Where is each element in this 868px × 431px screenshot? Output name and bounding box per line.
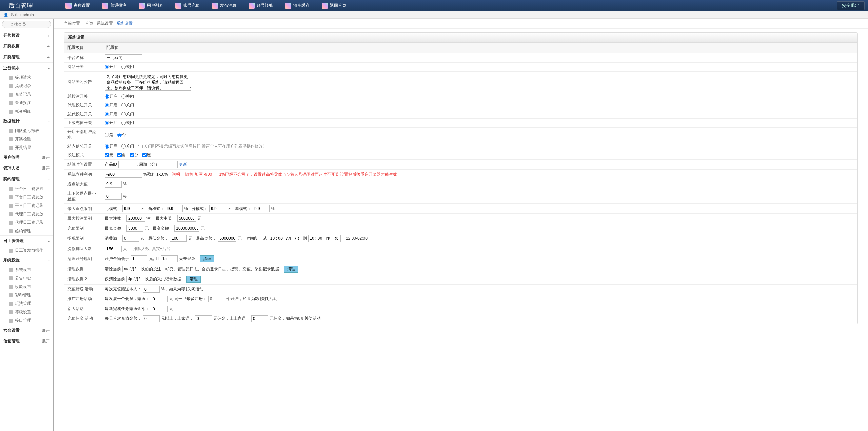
allflow-no[interactable] [117, 133, 122, 137]
total-bet-close[interactable] [121, 94, 126, 99]
platform-name-input[interactable] [105, 54, 142, 61]
menu-item[interactable]: 代理日工资发放 [0, 210, 53, 218]
breadcrumb-current[interactable]: 系统设置 [116, 21, 133, 26]
withdraw-min[interactable] [170, 235, 187, 242]
menu-item[interactable]: 公告中心 [0, 274, 53, 282]
rebate-yuan[interactable] [122, 205, 139, 212]
clean-days[interactable] [161, 255, 178, 262]
promo-ip[interactable] [208, 296, 225, 302]
menu-item[interactable]: 开奖结果 [0, 143, 53, 152]
rebate-max-input[interactable] [105, 181, 122, 188]
gift-input[interactable] [143, 286, 160, 293]
breadcrumb-mid[interactable]: 系统设置 [97, 21, 113, 26]
mode-li[interactable] [142, 153, 147, 157]
profit-input[interactable] [105, 171, 142, 178]
update-link[interactable]: 更新 [179, 162, 187, 168]
agent-bet-close[interactable] [121, 103, 126, 107]
site-open-radio[interactable] [105, 65, 109, 69]
clean-date-2[interactable] [126, 276, 143, 282]
menu-item[interactable]: 玩法管理 [0, 299, 53, 308]
rebate-diff-input[interactable] [105, 193, 122, 200]
topnav-item[interactable]: 返回首页 [316, 0, 352, 11]
agent-bet-open[interactable] [105, 103, 109, 107]
menu-header[interactable]: 开奖预设+ [0, 30, 53, 41]
queue-input[interactable] [105, 246, 122, 252]
topnav-item[interactable]: 发布消息 [206, 0, 242, 11]
menu-item[interactable]: 提现记录 [0, 82, 53, 90]
consume-input[interactable] [122, 235, 139, 242]
site-close-radio[interactable] [121, 65, 126, 69]
menu-item[interactable]: 团队盈亏报表 [0, 126, 53, 135]
menu-header[interactable]: 开奖数据+ [0, 41, 53, 52]
menu-header[interactable]: 用户管理展开 [0, 152, 53, 163]
menu-item[interactable]: 系统设置 [0, 266, 53, 274]
inmsg-open[interactable] [105, 144, 109, 149]
topnav-item[interactable]: 账号充值 [169, 0, 206, 11]
topnav-item[interactable]: 参数设置 [59, 0, 96, 11]
menu-item[interactable]: 充值记录 [0, 90, 53, 99]
comm-amt[interactable] [143, 315, 160, 322]
period-input[interactable] [161, 161, 178, 168]
mode-fen[interactable] [130, 153, 134, 157]
menu-item[interactable]: 平台日工资记录 [0, 201, 53, 210]
mode-yuan[interactable] [105, 153, 109, 157]
totagent-bet-close[interactable] [121, 112, 126, 116]
menu-header[interactable]: 日工资管理- [0, 236, 53, 246]
clean-date-1[interactable] [122, 266, 139, 272]
maxbet-input[interactable] [126, 215, 145, 222]
promo-gift[interactable] [151, 296, 168, 302]
topnav-item[interactable]: 清空缓存 [279, 0, 316, 11]
withdraw-max[interactable] [218, 235, 236, 242]
logout-button[interactable]: 安全退出 [837, 1, 865, 10]
rebate-fen[interactable] [209, 205, 226, 212]
clear-button-3[interactable]: 清理 [186, 276, 201, 283]
close-notice-textarea[interactable] [105, 73, 191, 91]
inmsg-close[interactable] [121, 144, 126, 149]
menu-item[interactable]: 帐变明细 [0, 107, 53, 116]
menu-item[interactable]: 代理日工资记录 [0, 218, 53, 227]
sup-recharge-open[interactable] [105, 121, 109, 125]
menu-header[interactable]: 数据统计- [0, 116, 53, 126]
rebate-jiao[interactable] [166, 205, 183, 212]
menu-item[interactable]: 日工资发放操作 [0, 246, 53, 255]
newbie-input[interactable] [151, 306, 168, 312]
menu-header[interactable]: 开奖管理+ [0, 52, 53, 62]
menu-header[interactable]: 契约管理- [0, 174, 53, 184]
menu-header[interactable]: 系统设置- [0, 255, 53, 266]
maxwin-input[interactable] [177, 215, 196, 222]
comm-up1[interactable] [195, 315, 212, 322]
rebate-li[interactable] [253, 205, 270, 212]
allflow-yes[interactable] [105, 133, 109, 137]
sup-recharge-close[interactable] [121, 121, 126, 125]
product-id-input[interactable] [118, 161, 135, 168]
time-to[interactable] [308, 235, 341, 242]
recharge-min[interactable] [126, 225, 143, 232]
topnav-item[interactable]: 普通投注 [96, 0, 133, 11]
time-from[interactable] [269, 235, 301, 242]
menu-header[interactable]: 业务流水- [0, 63, 53, 73]
menu-item[interactable]: 普通投注 [0, 99, 53, 107]
menu-item[interactable]: 提现请求 [0, 73, 53, 82]
recharge-max[interactable] [174, 225, 199, 232]
search-input[interactable] [2, 21, 51, 28]
menu-header[interactable]: 信箱管理展开 [0, 336, 53, 347]
menu-item[interactable]: 签约管理 [0, 227, 53, 235]
menu-item[interactable]: 彩种管理 [0, 291, 53, 299]
comm-up2[interactable] [251, 315, 268, 322]
mode-jiao[interactable] [117, 153, 122, 157]
menu-item[interactable]: 接口管理 [0, 316, 53, 325]
menu-item[interactable]: 开奖检测 [0, 135, 53, 143]
clean-amt[interactable] [131, 255, 147, 262]
menu-item[interactable]: 平台日工资设置 [0, 184, 53, 193]
menu-header[interactable]: 六合设置展开 [0, 325, 53, 336]
total-bet-open[interactable] [105, 94, 109, 99]
topnav-item[interactable]: 账号转账 [242, 0, 279, 11]
clear-button-1[interactable]: 清理 [200, 255, 214, 262]
clear-button-2[interactable]: 清理 [284, 266, 298, 273]
breadcrumb-home[interactable]: 首页 [85, 21, 93, 26]
menu-item[interactable]: 平台日工资发放 [0, 193, 53, 201]
menu-header[interactable]: 管理人员展开 [0, 163, 53, 174]
menu-item[interactable]: 收款设置 [0, 282, 53, 291]
menu-item[interactable]: 等级设置 [0, 308, 53, 316]
topnav-item[interactable]: 用户列表 [133, 0, 169, 11]
